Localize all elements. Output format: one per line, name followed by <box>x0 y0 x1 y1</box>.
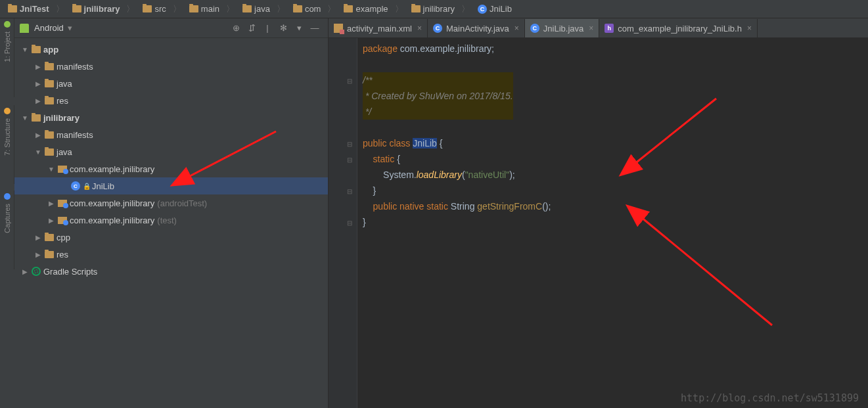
tree-node[interactable]: manifests <box>14 58 328 75</box>
tool-window-structure[interactable]: 7: Structure <box>0 105 14 184</box>
jni-icon: C <box>71 181 80 191</box>
folder-icon <box>45 251 54 258</box>
code-content[interactable]: package com.example.jnilibrary; /** * Cr… <box>357 38 868 408</box>
editor-tab[interactable]: CJniLib.java× <box>525 19 599 37</box>
breadcrumb-label: jnilibrary <box>84 4 120 14</box>
tree-label: manifests <box>57 130 93 140</box>
folder-icon <box>45 63 54 70</box>
breadcrumb-label: example <box>355 4 388 14</box>
tree-arrow-icon[interactable] <box>47 166 55 173</box>
breadcrumb-label: JniLib <box>490 4 512 14</box>
close-icon[interactable]: × <box>514 24 519 33</box>
breadcrumb-item[interactable]: jnilibrary〉 <box>407 3 474 15</box>
tree-arrow-icon[interactable] <box>34 251 42 258</box>
editor-tab[interactable]: activity_main.xml× <box>329 19 428 37</box>
target-icon[interactable]: ⊕ <box>231 23 241 34</box>
tab-label: com_example_jnilibrary_JniLib.h <box>618 24 742 34</box>
view-selector[interactable]: Android <box>34 23 64 33</box>
editor-pane: activity_main.xml×CMainActivity.java×CJn… <box>329 18 868 408</box>
breadcrumb-item[interactable]: main〉 <box>185 3 239 15</box>
folder-icon <box>45 97 54 104</box>
tree-node[interactable]: com.example.jnilibrary <box>14 160 328 177</box>
project-toolbar: Android ▾ ⊕ ⇵ | ✻ ▾ — <box>14 18 328 38</box>
folder-icon <box>45 148 54 156</box>
close-icon[interactable]: × <box>747 24 752 33</box>
xml-icon <box>334 24 343 33</box>
watermark: http://blog.csdn.net/sw5131899 <box>681 392 859 404</box>
chevron-down-icon[interactable]: ▾ <box>294 23 304 34</box>
gutter: ⊟ ⊟ ⊟ ⊟ ⊟ <box>329 38 357 408</box>
breadcrumb-item[interactable]: java〉 <box>239 3 289 15</box>
tab-label: JniLib.java <box>543 24 583 34</box>
breadcrumb-item[interactable]: JniTest〉 <box>4 3 68 15</box>
tree-label: app <box>43 45 58 55</box>
tool-window-project[interactable]: 1: Project <box>0 18 14 97</box>
tree-arrow-icon[interactable] <box>34 234 42 241</box>
folder-icon <box>45 234 54 241</box>
breadcrumb-item[interactable]: CJniLib <box>474 4 516 14</box>
tree-arrow-icon[interactable] <box>34 131 42 139</box>
tree-label: com.example.jnilibrary <box>70 215 154 225</box>
tab-label: activity_main.xml <box>347 24 412 34</box>
tree-node[interactable]: res <box>14 246 328 263</box>
editor-tab[interactable]: CMainActivity.java× <box>428 19 525 37</box>
separator: | <box>262 23 273 34</box>
breadcrumb-label: main <box>201 4 219 14</box>
collapse-icon[interactable]: ⇵ <box>246 23 257 34</box>
tree-node[interactable]: C🔒JniLib <box>14 177 328 194</box>
tree-arrow-icon[interactable] <box>21 46 29 53</box>
gear-icon[interactable]: ✻ <box>278 23 288 34</box>
class-icon: C <box>478 5 487 14</box>
folder-icon <box>143 5 152 12</box>
close-icon[interactable]: × <box>589 24 593 33</box>
folder-icon <box>189 5 198 12</box>
tree-arrow-icon[interactable] <box>47 200 55 207</box>
tree-suffix: (test) <box>157 215 177 225</box>
editor-tab[interactable]: hcom_example_jnilibrary_JniLib.h× <box>599 19 758 37</box>
tree-node[interactable]: cpp <box>14 229 328 246</box>
tree-label: java <box>57 147 72 157</box>
tree-node[interactable]: manifests <box>14 126 328 143</box>
tree-arrow-icon[interactable] <box>21 114 29 122</box>
tree-arrow-icon[interactable] <box>34 148 42 156</box>
folder-icon <box>45 131 54 139</box>
tree-arrow-icon[interactable] <box>47 217 55 224</box>
breadcrumb-item[interactable]: jnilibrary〉 <box>68 3 139 15</box>
tool-window-captures[interactable]: Captures <box>0 191 14 269</box>
tree-label: res <box>57 96 68 106</box>
tree-node[interactable]: com.example.jnilibrary(androidTest) <box>14 194 328 212</box>
tree-node[interactable]: Gradle Scripts <box>14 263 328 280</box>
tree-node[interactable]: app <box>14 41 328 58</box>
tree-node[interactable]: res <box>14 92 328 109</box>
editor-tabs: activity_main.xml×CMainActivity.java×CJn… <box>329 18 868 38</box>
breadcrumb-item[interactable]: example〉 <box>340 3 407 15</box>
breadcrumb-item[interactable]: com〉 <box>289 3 340 15</box>
tree-label: res <box>57 250 68 260</box>
folder-icon <box>344 5 353 12</box>
tree-label: com.example.jnilibrary <box>70 198 154 208</box>
folder-icon <box>45 80 54 87</box>
tree-arrow-icon[interactable] <box>34 63 42 70</box>
breadcrumb-label: com <box>305 4 321 14</box>
tree-label: com.example.jnilibrary <box>70 164 154 174</box>
tree-node[interactable]: com.example.jnilibrary(test) <box>14 212 328 229</box>
class-icon: C <box>530 24 539 33</box>
tree-arrow-icon[interactable] <box>34 80 42 87</box>
close-icon[interactable]: × <box>417 24 422 33</box>
hide-icon[interactable]: — <box>309 23 320 34</box>
tree-suffix: (androidTest) <box>157 198 207 208</box>
breadcrumb-item[interactable]: src〉 <box>139 3 185 15</box>
lock-icon: 🔒 <box>83 183 91 190</box>
tree-node[interactable]: java <box>14 75 328 92</box>
folder-icon <box>72 5 81 12</box>
tree-node[interactable]: java <box>14 143 328 160</box>
tree-arrow-icon[interactable] <box>34 97 42 104</box>
tree-arrow-icon[interactable] <box>21 268 29 275</box>
project-tree[interactable]: appmanifestsjavaresjnilibrarymanifestsja… <box>14 38 328 408</box>
breadcrumb-label: java <box>254 4 270 14</box>
tree-label: java <box>57 79 72 89</box>
chevron-down-icon[interactable]: ▾ <box>68 23 72 33</box>
code-editor[interactable]: ⊟ ⊟ ⊟ ⊟ ⊟ package com.example.jnilibrary… <box>329 38 868 408</box>
tree-node[interactable]: jnilibrary <box>14 109 328 126</box>
tree-label: jnilibrary <box>43 113 80 123</box>
